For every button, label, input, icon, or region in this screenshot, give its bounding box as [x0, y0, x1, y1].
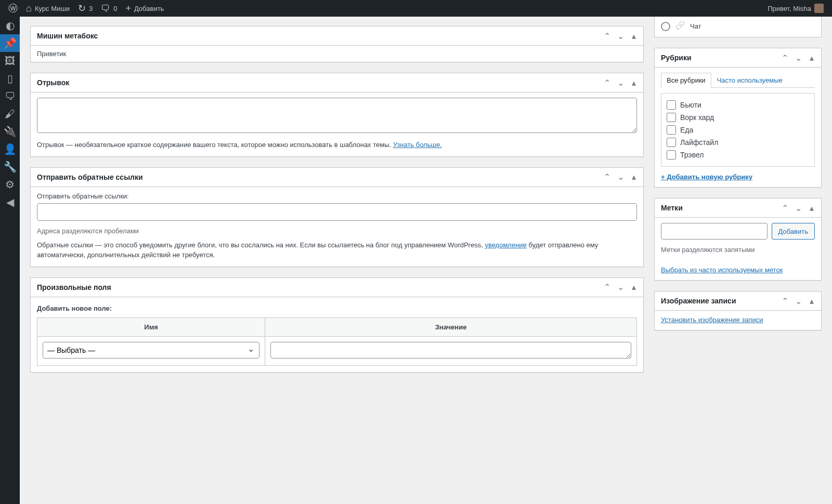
comments-link[interactable]: 🗨 0	[97, 0, 121, 17]
add-new-link[interactable]: + Добавить	[121, 0, 168, 17]
site-name: Курс Миши	[35, 5, 70, 12]
site-home-link[interactable]: ⌂ Курс Миши	[22, 0, 74, 17]
admin-bar: ⓦ ⌂ Курс Миши ↻ 3 🗨 0 + Добавить Привет,…	[0, 0, 832, 17]
plus-icon: +	[125, 4, 131, 13]
comment-icon: 🗨	[101, 4, 110, 13]
greeting-text: Привет, Misha	[768, 5, 811, 12]
updates-link[interactable]: ↻ 3	[74, 0, 97, 17]
avatar	[814, 4, 824, 13]
updates-count: 3	[89, 5, 93, 12]
wordpress-icon: ⓦ	[8, 4, 18, 13]
user-greeting[interactable]: Привет, Misha	[763, 0, 828, 17]
add-new-label: Добавить	[134, 5, 164, 12]
wp-logo[interactable]: ⓦ	[4, 0, 22, 17]
comments-count: 0	[113, 5, 117, 12]
home-icon: ⌂	[26, 4, 32, 13]
refresh-icon: ↻	[78, 4, 86, 13]
